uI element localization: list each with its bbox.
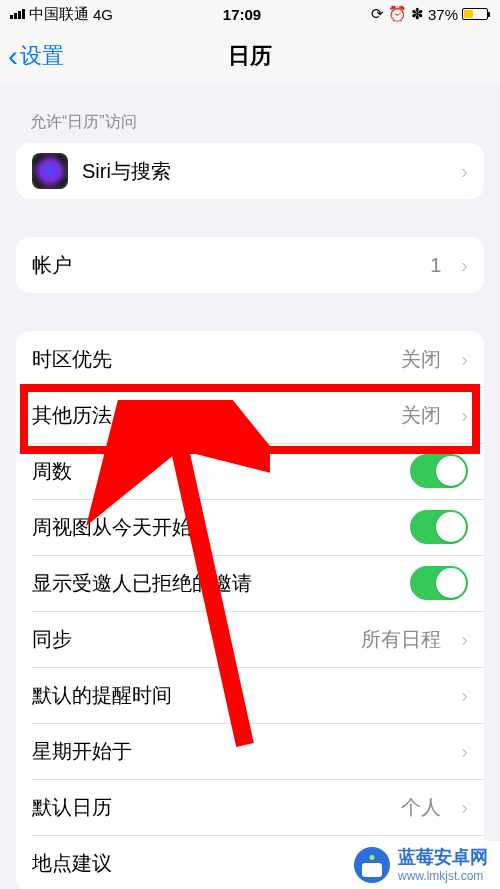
chevron-right-icon: › [461,160,468,183]
chevron-left-icon: ‹ [8,41,18,71]
signal-icon [10,9,25,19]
watermark-logo-icon [354,847,390,883]
orientation-lock-icon: ⟳ [371,5,384,23]
watermark-url: www.lmkjst.com [398,869,488,883]
row-default-calendar[interactable]: 默认日历 个人 › [16,779,484,835]
watermark: 蓝莓安卓网 www.lmkjst.com [346,841,500,889]
siri-icon [32,153,68,189]
switch-week-numbers[interactable] [410,454,468,488]
chevron-right-icon: › [461,796,468,819]
row-week-view-today: 周视图从今天开始 [16,499,484,555]
siri-label: Siri与搜索 [82,158,441,185]
group-siri: Siri与搜索 › [16,143,484,199]
status-time: 17:09 [223,6,261,23]
row-show-declined: 显示受邀人已拒绝的邀请 [16,555,484,611]
row-week-start[interactable]: 星期开始于 › [16,723,484,779]
back-label: 设置 [20,41,64,71]
row-alt-calendars[interactable]: 其他历法 关闭 › [16,387,484,443]
section-header-allow: 允许“日历”访问 [0,84,500,143]
battery-percent: 37% [428,6,458,23]
accounts-label: 帐户 [32,252,416,279]
row-sync[interactable]: 同步 所有日程 › [16,611,484,667]
chevron-right-icon: › [461,740,468,763]
accounts-value: 1 [430,254,441,277]
back-button[interactable]: ‹ 设置 [8,41,64,71]
nav-header: ‹ 设置 日历 [0,28,500,84]
chevron-right-icon: › [461,628,468,651]
group-accounts: 帐户 1 › [16,237,484,293]
carrier-label: 中国联通 [29,5,89,24]
battery-icon [462,8,490,20]
row-accounts[interactable]: 帐户 1 › [16,237,484,293]
switch-week-view-today[interactable] [410,510,468,544]
page-title: 日历 [0,41,500,71]
row-week-numbers: 周数 [16,443,484,499]
watermark-title: 蓝莓安卓网 [398,847,488,869]
chevron-right-icon: › [461,254,468,277]
chevron-right-icon: › [461,404,468,427]
switch-show-declined[interactable] [410,566,468,600]
row-default-alert[interactable]: 默认的提醒时间 › [16,667,484,723]
group-calendar-settings: 时区优先 关闭 › 其他历法 关闭 › 周数 周视图从今天开始 显示受邀人已拒绝… [16,331,484,889]
chevron-right-icon: › [461,348,468,371]
row-timezone-override[interactable]: 时区优先 关闭 › [16,331,484,387]
status-bar: 中国联通 4G 17:09 ⟳ ⏰ ✽ 37% [0,0,500,28]
bluetooth-icon: ✽ [411,5,424,23]
alarm-icon: ⏰ [388,5,407,23]
row-siri-search[interactable]: Siri与搜索 › [16,143,484,199]
network-label: 4G [93,6,113,23]
chevron-right-icon: › [461,684,468,707]
